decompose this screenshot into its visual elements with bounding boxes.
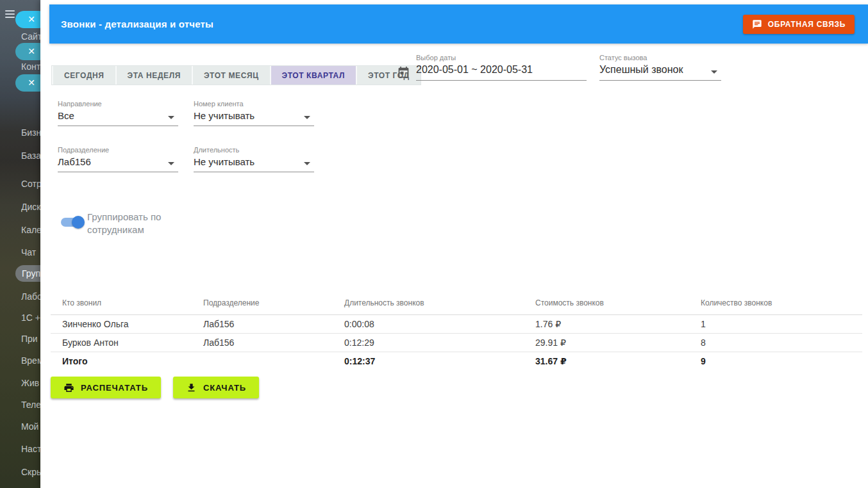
sidebar-item[interactable]: Мой [21,421,40,432]
period-tabs: СЕГОДНЯЭТА НЕДЕЛЯЭТОТ МЕСЯЦЭТОТ КВАРТАЛЭ… [51,65,421,85]
cell-department: Лаб156 [192,315,333,334]
download-button-label: СКАЧАТЬ [203,383,246,393]
actions-bar: РАСПЕЧАТАТЬ СКАЧАТЬ [51,377,259,398]
table-header-cell: Количество звонков [689,294,862,315]
table-body: Зинченко Ольга Лаб156 0:00:08 1.76 ₽ 1 Б… [51,315,862,371]
cell-caller: Итого [51,352,192,371]
department-select[interactable]: Подразделение Лаб156 [58,146,178,172]
table-row[interactable]: Зинченко Ольга Лаб156 0:00:08 1.76 ₽ 1 [51,315,862,334]
date-range-field[interactable]: Выбор даты 2020-05-01 ~ 2020-05-31 [416,54,587,81]
duration-value[interactable]: Не учитывать [194,156,314,172]
period-tab[interactable]: ЭТОТ МЕСЯЦ [192,66,270,85]
cell-caller: Зинченко Ольга [51,315,192,334]
sidebar-item[interactable]: Скры [21,467,40,477]
cell-count: 9 [689,352,862,371]
table-header-cell: Кто звонил [51,294,192,315]
sidebar-item[interactable]: Лабо [21,291,40,302]
period-tab[interactable]: ЭТА НЕДЕЛЯ [115,66,192,85]
sidebar-item[interactable]: Врем [21,355,40,366]
sidebar-item[interactable]: Теле [21,400,40,410]
sidebar-item[interactable]: Кале [21,225,40,235]
cell-department: Лаб156 [192,334,333,352]
sidebar: СайтКонтБизнБазаСотрДискКалеЧатГрупЛабо1… [0,0,40,488]
download-icon [186,382,197,393]
duration-label: Длительность [194,146,314,154]
feedback-button[interactable]: ОБРАТНАЯ СВЯЗЬ [743,15,855,34]
chevron-down-icon [304,116,310,119]
chevron-down-icon [168,162,174,165]
close-icon: ✕ [28,46,35,56]
table-header-cell: Длительность звонков [333,294,524,315]
print-button[interactable]: РАСПЕЧАТАТЬ [51,377,161,398]
direction-label: Направление [58,100,178,108]
sidebar-item[interactable]: База [21,150,40,161]
table-header-row: Кто звонилПодразделениеДлительность звон… [51,294,862,315]
call-status-label: Статус вызова [599,54,721,61]
sidebar-menu: СайтКонтБизнБазаСотрДискКалеЧатГрупЛабо1… [0,0,40,488]
direction-value[interactable]: Все [58,110,178,126]
cell-count: 8 [689,334,862,352]
chat-icon [752,19,762,29]
close-icon: ✕ [28,77,35,88]
sidebar-item[interactable]: Конт [21,61,40,72]
table-header-cell: Стоимость звонков [524,294,689,315]
table-row[interactable]: Итого 0:12:37 31.67 ₽ 9 [51,352,862,371]
cell-department [192,352,333,371]
direction-select[interactable]: Направление Все [58,100,178,126]
client-number-label: Номер клиента [194,100,314,108]
sidebar-item[interactable]: Диск [21,202,40,212]
feedback-button-label: ОБРАТНАЯ СВЯЗЬ [768,20,846,29]
cell-count: 1 [689,315,862,334]
date-range-label: Выбор даты [416,54,587,61]
period-tab[interactable]: ЭТОТ ГОД [356,66,421,85]
duration-select[interactable]: Длительность Не учитывать [194,146,314,172]
download-button[interactable]: СКАЧАТЬ [173,377,259,398]
print-button-label: РАСПЕЧАТАТЬ [81,383,148,393]
calls-report-table: Кто звонилПодразделениеДлительность звон… [51,294,862,370]
table-row[interactable]: Бурков Антон Лаб156 0:12:29 29.91 ₽ 8 [51,334,862,352]
toggle-knob [72,216,85,229]
cell-cost: 29.91 ₽ [524,334,689,352]
chevron-down-icon [304,162,310,165]
department-value[interactable]: Лаб156 [58,156,178,172]
chevron-down-icon [168,116,174,119]
date-range-value[interactable]: 2020-05-01 ~ 2020-05-31 [416,64,587,81]
sidebar-item[interactable]: Чат [21,247,40,257]
page-title: Звонки - детализация и отчеты [61,19,213,29]
cell-cost: 31.67 ₽ [524,352,689,371]
period-tab[interactable]: СЕГОДНЯ [52,66,115,85]
panel-header: Звонки - детализация и отчеты ОБРАТНАЯ С… [49,4,868,44]
sidebar-item[interactable]: Наст [21,444,40,454]
printer-icon [63,382,74,393]
client-number-select[interactable]: Номер клиента Не учитывать [194,100,314,126]
cell-duration: 0:12:29 [333,334,524,352]
group-by-employees-label: Группировать по сотрудникам [87,211,180,236]
calendar-icon[interactable] [397,66,410,79]
sidebar-item[interactable]: При [21,334,40,344]
cell-duration: 0:12:37 [333,352,524,371]
chevron-down-icon [711,70,717,74]
period-tab[interactable]: ЭТОТ КВАРТАЛ [270,66,356,85]
sidebar-item[interactable]: Бизн [21,127,40,138]
group-by-employees-toggle[interactable] [61,218,83,227]
client-number-value[interactable]: Не учитывать [194,110,314,126]
calls-report-panel: Звонки - детализация и отчеты ОБРАТНАЯ С… [40,0,868,488]
department-label: Подразделение [58,146,178,154]
close-icon: ✕ [28,14,35,24]
cell-cost: 1.76 ₽ [524,315,689,334]
cell-duration: 0:00:08 [333,315,524,334]
sidebar-item[interactable]: Жив [21,378,40,388]
sidebar-item[interactable]: Груп [15,265,40,282]
call-status-select[interactable]: Статус вызова Успешный звонок [599,54,721,81]
call-status-value[interactable]: Успешный звонок [599,64,721,81]
table-header-cell: Подразделение [192,294,333,315]
sidebar-item[interactable]: Сайт [21,31,40,42]
sidebar-item[interactable]: Сотр [21,179,40,189]
cell-caller: Бурков Антон [51,334,192,352]
sidebar-item[interactable]: 1С + [21,313,40,323]
